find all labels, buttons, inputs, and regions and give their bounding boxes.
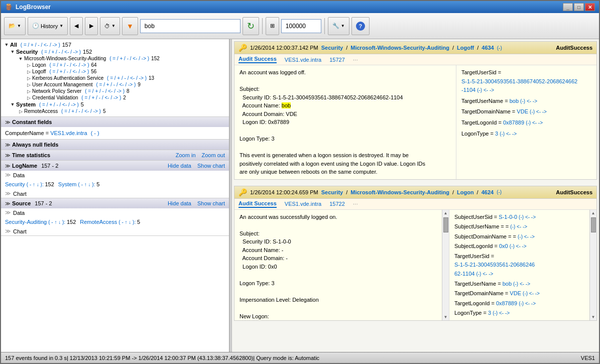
status-text: 157 events found in 0.3 s| 12/13/2013 10… [5,355,319,361]
entry1-tab2[interactable]: VES1.vde.intra [285,57,321,63]
entry1-acctname: Account Name: bob [239,101,451,110]
entry2-fields-scroll-up-icon[interactable]: ▲ [590,210,596,216]
logname-show-chart[interactable]: Show chart [197,163,225,169]
entry2-target-logonid-links: (-) <- -> [519,301,536,306]
logname-hide-data[interactable]: Hide data [168,163,191,169]
tree-item-remoteaccess[interactable]: ▷ RemoteAccess ( = / + / - / <- / -> ) 5 [1,108,229,114]
back-icon: ◀ [74,23,78,29]
entry2-subject-logonid-value[interactable]: 0x0 [499,243,508,249]
count-input[interactable]: 100000 [281,19,321,33]
logname-system-link[interactable]: System [58,181,77,187]
entry2-target-domain-value[interactable]: VDE [510,290,521,296]
entry2-category-link[interactable]: Logon [457,189,474,195]
source-show-chart[interactable]: Show chart [197,200,225,206]
tree-item-uam[interactable]: ▷ User Account Management ( = / + / - / … [1,81,229,88]
entry2-field-target-domain: TargetDomainName = VDE (-) <- -> [454,289,584,298]
source-security-auditing-controls: ( - ↑ ↓ ): [48,219,67,225]
entry1-eventid-link[interactable]: 4634 [482,45,494,51]
source-security-auditing-link[interactable]: Security-Auditing [5,219,47,225]
logname-security-link[interactable]: Security [5,181,25,187]
tree-item-all[interactable]: ▼ All ( = / + / - / <- / -> ) 157 [1,41,229,48]
tree-item-logoff[interactable]: ▷ Logoff ( = / + / - / <- / -> ) 56 [1,68,229,75]
entry2-tab1[interactable]: Audit Success [238,200,277,208]
expand-remoteaccess-icon: ▷ [17,109,24,114]
tree-item-cv[interactable]: ▷ Credential Validation ( = / + / - / <-… [1,94,229,101]
search-input[interactable]: bob [140,19,241,33]
refresh-button[interactable]: ↻ [243,17,259,35]
maximize-button[interactable]: □ [574,3,584,11]
entry2-target-logonid-value[interactable]: 0x87889 [496,300,517,306]
entry2-tab2[interactable]: VES1.vde.intra [285,201,321,207]
entry1-provider-link[interactable]: Microsoft-Windows-Security-Auditing [350,45,449,51]
source-header[interactable]: ≫ Source 157 - 2 Hide data Show chart [1,198,229,208]
entry1-target-logonid-value[interactable]: 0x87889 [503,119,524,126]
close-button[interactable]: ✕ [585,3,595,11]
source-remoteaccess-link[interactable]: RemoteAccess [80,219,117,225]
entry2-tab3[interactable]: 15722 [329,201,345,207]
entry1-logontype-value[interactable]: 3 [495,131,498,137]
tree-logoff-count: 56 [91,69,96,74]
logname-header[interactable]: ≫ LogName 157 - 2 Hide data Show chart [1,161,229,171]
expand-logon-icon: ▷ [25,63,32,68]
entry1-subject: Subject: [239,85,451,93]
entry2-target-username-value[interactable]: bob [503,281,512,287]
filter-button[interactable]: ▼ [122,17,138,35]
entry2-provider-link[interactable]: Microsoft-Windows-Security-Auditing [350,189,449,195]
entry1-target-domain-links: (-) <- -> [530,109,547,114]
tree-item-nps[interactable]: ▷ Network Policy Server ( = / + / - / <-… [1,88,229,94]
tree-item-system[interactable]: ▼ System ( = / + / - / <- / -> ) 5 [1,101,229,108]
minimize-button[interactable]: _ [563,3,573,11]
entry2-scroll-down-icon[interactable]: ▼ [443,314,449,320]
entry2-scrollbar[interactable]: ▲ ▼ [442,210,449,320]
clock-button[interactable]: ⏱ ▼ [100,17,120,35]
status-computer: VES1 [581,355,595,361]
entry2-fields-scroll-down-icon[interactable]: ▼ [590,314,596,320]
folder-button[interactable]: 📂 ▼ [4,17,26,35]
computer-name-value[interactable]: VES1.vde.intra [50,130,87,136]
entry2-field-logontype: LogonType = 3 (-) <- -> [454,309,584,318]
entry2-fields: SubjectUserSid = S-1-0-0 (-) <- -> Subje… [449,210,589,320]
entry1-channel-link[interactable]: Security [321,45,343,51]
zoom-in-link[interactable]: Zoom in [176,152,196,158]
zoom-out-link[interactable]: Zoom out [202,152,225,158]
history-button[interactable]: 🕐 History ▼ [28,17,68,35]
constant-fields-header[interactable]: ≫ Constant fields [1,117,229,127]
entry2-scroll-thumb[interactable] [443,217,448,232]
left-panel: ▼ All ( = / + / - / <- / -> ) 157 ▼ Secu… [1,39,229,352]
entry1-category-link[interactable]: Logoff [457,45,474,51]
tree-item-mswa[interactable]: ▼ Microsoft-Windows-Security-Auditing ( … [1,55,229,62]
back-button[interactable]: ◀ [70,17,83,35]
entry2-logontype-links: (-) <- -> [493,310,510,316]
entry2-fields-scroll-thumb[interactable] [591,217,596,232]
entry2-eventid-link[interactable]: 4624 [482,189,494,195]
time-stats-header[interactable]: ≫ Time statistics Zoom in Zoom out [1,150,229,160]
tree-remoteaccess-links: ( = / + / - / <- / -> ) [60,108,101,114]
entry2-scroll-up-icon[interactable]: ▲ [443,210,449,216]
expand-nps-icon: ▷ [25,89,32,94]
source-chart-label: Chart [13,228,27,234]
entry2-domain: Account Domain: - [239,254,437,263]
forward-button[interactable]: ▶ [85,17,98,35]
entry2-field-logonprocess: LogonProcessName = Kerberos (-) <- -> [454,319,584,320]
entry1-target-logonid-key: TargetLogonId = [461,119,503,126]
source-chevron-icon: ≫ [5,201,10,206]
grid-button[interactable]: ⊞ [266,17,279,35]
always-null-chevron-icon: ≫ [5,142,10,148]
entry1-tab1[interactable]: Audit Success [238,56,277,63]
entry1-tab3[interactable]: 15727 [329,57,345,63]
tree-nps-count: 8 [127,88,130,94]
always-null-header[interactable]: ≫ Always null fields [1,140,229,150]
tree-item-logon[interactable]: ▷ Logon ( = / + / - / <- / -> ) 64 [1,62,229,68]
entry1-target-username-value[interactable]: bob [510,98,519,104]
entry2-logontype-value[interactable]: 3 [488,310,491,316]
entry2-channel-link[interactable]: Security [321,189,343,195]
help-button[interactable]: ? [351,17,370,35]
entry2-target-sid-value[interactable]: S-1-5-21-3004593561-2068624662-1104 [454,262,535,277]
tools-button[interactable]: 🔧 ▼ [328,17,349,35]
entry2-subject-sid-value[interactable]: S-1-0-0 [499,214,517,220]
entry1-target-domain-value[interactable]: VDE [517,108,528,114]
source-hide-data[interactable]: Hide data [168,200,191,206]
entry2-fields-scrollbar[interactable]: ▲ ▼ [589,210,596,320]
tree-item-kerberos[interactable]: ▷ Kerberos Authentication Service ( = / … [1,75,229,81]
tree-item-security[interactable]: ▼ Security ( = / + / - / <- / -> ) 152 [1,48,229,55]
